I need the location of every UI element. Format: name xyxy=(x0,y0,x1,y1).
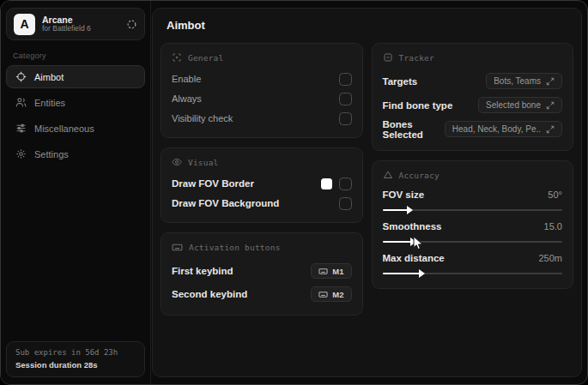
slider-thumb[interactable] xyxy=(410,238,416,246)
enable-checkbox[interactable] xyxy=(339,73,352,86)
keyboard-icon xyxy=(172,242,183,253)
slider-value: 15.0 xyxy=(544,221,562,232)
setting-label: Always xyxy=(172,93,202,104)
setting-row: Bones Selected Head, Neck, Body, Pe.. xyxy=(383,117,563,141)
eye-icon xyxy=(172,157,182,167)
expand-icon xyxy=(546,125,555,134)
draw-fov-background-checkbox[interactable] xyxy=(339,197,352,210)
setting-label: Bones Selected xyxy=(383,119,445,140)
slider-thumb[interactable] xyxy=(419,269,425,278)
app-subtitle: for Battlefield 6 xyxy=(42,25,119,33)
dropdown-value: Bots, Teams xyxy=(494,76,541,86)
section-title: Tracker xyxy=(399,53,434,63)
square-minus-icon xyxy=(383,52,393,63)
setting-row: Always xyxy=(172,89,352,108)
always-checkbox[interactable] xyxy=(339,93,352,105)
targets-dropdown[interactable]: Bots, Teams xyxy=(486,73,562,89)
setting-row: First keybind M1 xyxy=(172,260,352,282)
gear-icon xyxy=(15,148,27,159)
sidebar-item-label: Settings xyxy=(34,149,69,159)
page-title: Aimbot xyxy=(167,19,573,32)
max-distance-slider[interactable] xyxy=(383,273,563,274)
keybind-value: M2 xyxy=(332,290,343,299)
app-window: A Arcane for Battlefield 6 Category xyxy=(0,0,588,385)
slider-thumb[interactable] xyxy=(407,206,413,214)
first-keybind-button[interactable]: M1 xyxy=(311,263,351,279)
setting-row: Targets Bots, Teams xyxy=(383,69,563,93)
setting-label: Draw FOV Border xyxy=(172,178,254,189)
session-duration-text: Session duration 28s xyxy=(15,360,136,370)
visibility-check-checkbox[interactable] xyxy=(339,112,352,125)
bones-selected-dropdown[interactable]: Head, Neck, Body, Pe.. xyxy=(445,121,562,137)
fov-border-color-swatch[interactable] xyxy=(321,178,332,189)
accuracy-card: Accuracy FOV size 50° xyxy=(372,160,574,289)
sliders-icon xyxy=(15,123,27,134)
sidebar-item-label: Miscellaneous xyxy=(34,123,94,134)
setting-label: Visibility check xyxy=(172,113,233,123)
keybind-value: M1 xyxy=(332,267,343,276)
setting-label: Second keybind xyxy=(172,289,247,299)
draw-fov-border-checkbox[interactable] xyxy=(339,177,352,190)
smoothness-slider-group: Smoothness 15.0 xyxy=(383,219,563,243)
slider-value: 50° xyxy=(548,189,562,200)
dropdown-value: Head, Neck, Body, Pe.. xyxy=(452,124,541,134)
setting-label: Find bone type xyxy=(383,100,453,111)
setting-row: Enable xyxy=(172,69,352,88)
sync-icon[interactable] xyxy=(126,19,137,30)
section-title: Activation buttons xyxy=(189,243,281,252)
tracker-card: Tracker Targets Bots, Teams xyxy=(372,43,574,151)
app-header-card: A Arcane for Battlefield 6 xyxy=(6,8,145,40)
fov-size-slider-group: FOV size 50° xyxy=(383,187,563,211)
crosshair-icon xyxy=(15,71,27,82)
users-icon xyxy=(15,97,27,108)
setting-label: First keybind xyxy=(172,266,233,276)
second-keybind-button[interactable]: M2 xyxy=(311,286,351,302)
slider-label: Max distance xyxy=(383,253,445,263)
find-bone-type-dropdown[interactable]: Selected bone xyxy=(478,97,562,113)
sub-expiry-text: Sub expires in 56d 23h xyxy=(15,348,136,357)
visual-card: Visual Draw FOV Border Draw FOV Backgrou… xyxy=(161,147,363,223)
setting-row: Draw FOV Border xyxy=(172,174,352,193)
setting-label: Targets xyxy=(383,76,418,87)
viewfinder-icon xyxy=(172,52,182,63)
main-area: Aimbot General xyxy=(151,1,587,384)
activation-buttons-card: Activation buttons First keybind M1 xyxy=(161,232,363,316)
slider-value: 250m xyxy=(538,253,562,263)
slider-label: Smoothness xyxy=(383,221,442,232)
left-column: General Enable Always Visibility check xyxy=(161,43,363,316)
sidebar: A Arcane for Battlefield 6 Category xyxy=(1,1,151,384)
keyboard-icon xyxy=(318,290,328,299)
sidebar-nav: Aimbot Entities xyxy=(6,65,145,165)
keyboard-icon xyxy=(318,267,328,276)
sidebar-item-label: Aimbot xyxy=(34,72,64,82)
expand-icon xyxy=(546,77,555,86)
expand-icon xyxy=(546,101,555,110)
triangle-icon xyxy=(383,170,393,180)
section-title: Visual xyxy=(188,158,219,167)
setting-row: Find bone type Selected bone xyxy=(383,93,563,117)
max-distance-slider-group: Max distance 250m xyxy=(383,250,563,274)
sidebar-item-label: Entities xyxy=(34,98,65,108)
section-title: Accuracy xyxy=(399,171,439,180)
sidebar-item-miscellaneous[interactable]: Miscellaneous xyxy=(6,117,145,140)
setting-label: Draw FOV Background xyxy=(172,198,279,208)
dropdown-value: Selected bone xyxy=(486,100,541,110)
aimbot-panel: Aimbot General xyxy=(152,8,582,377)
sidebar-item-entities[interactable]: Entities xyxy=(6,91,145,114)
general-card: General Enable Always Visibility check xyxy=(161,43,363,138)
category-label: Category xyxy=(13,51,140,60)
setting-label: Enable xyxy=(172,74,201,84)
right-column: Tracker Targets Bots, Teams xyxy=(372,43,574,289)
app-logo: A xyxy=(14,14,35,35)
section-title: General xyxy=(188,53,223,63)
setting-row: Visibility check xyxy=(172,109,352,128)
fov-size-slider[interactable] xyxy=(383,209,563,211)
smoothness-slider[interactable] xyxy=(383,241,563,243)
sidebar-item-settings[interactable]: Settings xyxy=(6,142,145,165)
sidebar-item-aimbot[interactable]: Aimbot xyxy=(6,65,145,88)
subscription-info-card: Sub expires in 56d 23h Session duration … xyxy=(6,341,145,377)
setting-row: Draw FOV Background xyxy=(172,194,352,213)
setting-row: Second keybind M2 xyxy=(172,283,352,305)
slider-label: FOV size xyxy=(383,189,425,200)
